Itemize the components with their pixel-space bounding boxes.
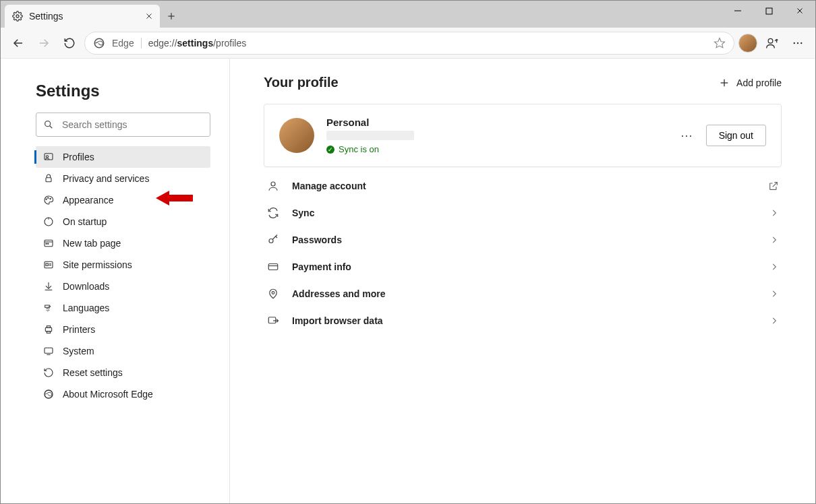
search-settings[interactable] xyxy=(36,113,210,137)
search-input[interactable] xyxy=(61,119,203,131)
nav-icon: 字 xyxy=(42,302,55,314)
sidebar-item-privacy-and-services[interactable]: Privacy and services xyxy=(36,168,210,189)
nav-label: System xyxy=(63,346,94,356)
chevron-right-icon xyxy=(769,235,779,245)
nav-icon xyxy=(42,194,55,206)
svg-point-30 xyxy=(48,243,49,244)
gear-icon xyxy=(11,10,24,22)
svg-line-50 xyxy=(276,237,277,238)
nav-icon xyxy=(42,367,55,379)
sync-status: ✓ Sync is on xyxy=(326,144,668,154)
nav-label: About Microsoft Edge xyxy=(63,389,153,400)
edge-logo-icon xyxy=(93,37,105,49)
profile-email-redacted xyxy=(326,131,414,140)
nav-label: New tab page xyxy=(63,238,121,249)
row-label: Addresses and more xyxy=(292,288,757,299)
profile-card: Personal ✓ Sync is on ⋯ Sign out xyxy=(264,104,782,167)
new-tab-button[interactable] xyxy=(160,5,183,28)
browser-window: Settings Edge edge://settings/profiles xyxy=(0,0,816,504)
sidebar-item-reset-settings[interactable]: Reset settings xyxy=(36,362,210,383)
browser-tab[interactable]: Settings xyxy=(5,5,160,28)
sidebar-title: Settings xyxy=(36,82,210,100)
row-addresses-and-more[interactable]: Addresses and more xyxy=(264,280,782,307)
svg-rect-39 xyxy=(47,326,50,328)
nav-icon xyxy=(42,172,55,185)
nav-label: Appearance xyxy=(63,195,114,206)
svg-rect-40 xyxy=(47,332,50,334)
tab-title: Settings xyxy=(29,11,63,22)
favorite-icon[interactable] xyxy=(713,37,726,49)
row-sync[interactable]: Sync xyxy=(264,199,782,226)
nav-label: Site permissions xyxy=(63,259,132,270)
close-window-button[interactable] xyxy=(784,1,815,21)
sign-out-button[interactable]: Sign out xyxy=(706,125,766,146)
forward-button[interactable] xyxy=(33,32,55,54)
maximize-button[interactable] xyxy=(753,1,784,21)
svg-rect-6 xyxy=(766,8,772,14)
nav-label: Profiles xyxy=(63,152,94,162)
svg-line-18 xyxy=(50,126,53,129)
add-profile-button[interactable]: Add profile xyxy=(719,77,782,88)
nav-icon xyxy=(42,345,55,357)
feedback-icon[interactable] xyxy=(761,32,783,54)
minimize-button[interactable] xyxy=(722,1,753,21)
chevron-right-icon xyxy=(769,262,779,272)
svg-rect-32 xyxy=(46,263,48,265)
nav-label: Reset settings xyxy=(63,367,123,378)
svg-point-13 xyxy=(768,38,773,43)
sidebar-item-system[interactable]: System xyxy=(36,340,210,362)
sidebar-item-site-permissions[interactable]: Site permissions xyxy=(36,254,210,276)
sidebar-item-on-startup[interactable]: On startup xyxy=(36,211,210,232)
svg-point-20 xyxy=(46,156,48,158)
sidebar-item-appearance[interactable]: Appearance xyxy=(36,189,210,211)
url-source-label: Edge xyxy=(112,38,142,49)
svg-rect-38 xyxy=(45,327,51,331)
row-import-browser-data[interactable]: Import browser data xyxy=(264,307,782,334)
sidebar-item-languages[interactable]: 字Languages xyxy=(36,297,210,319)
nav-icon xyxy=(42,388,55,400)
svg-rect-54 xyxy=(268,317,276,323)
address-bar[interactable]: Edge edge://settings/profiles xyxy=(84,32,734,55)
profile-avatar-button[interactable] xyxy=(738,34,757,53)
nav-icon xyxy=(42,216,55,228)
back-button[interactable] xyxy=(7,32,29,54)
nav-label: Downloads xyxy=(63,281,109,292)
sidebar-item-about-microsoft-edge[interactable]: About Microsoft Edge xyxy=(36,383,210,405)
main-panel: Your profile Add profile Personal ✓ Sync… xyxy=(230,59,815,503)
nav-label: Printers xyxy=(63,324,95,335)
row-manage-account[interactable]: Manage account xyxy=(264,172,782,199)
svg-rect-41 xyxy=(45,348,53,353)
window-controls xyxy=(722,1,815,21)
sidebar-item-downloads[interactable]: Downloads xyxy=(36,276,210,297)
check-icon: ✓ xyxy=(326,146,334,154)
nav-icon xyxy=(42,259,55,271)
search-icon xyxy=(43,119,54,130)
svg-point-16 xyxy=(800,42,802,43)
content-area: Settings ProfilesPrivacy and servicesApp… xyxy=(1,59,815,503)
row-passwords[interactable]: Passwords xyxy=(264,226,782,253)
sidebar-item-printers[interactable]: Printers xyxy=(36,319,210,340)
close-tab-icon[interactable] xyxy=(145,12,153,20)
row-payment-info[interactable]: Payment info xyxy=(264,253,782,280)
row-label: Passwords xyxy=(292,234,757,245)
nav-label: Languages xyxy=(63,303,109,313)
nav-icon xyxy=(42,280,55,292)
nav-icon xyxy=(42,237,55,249)
svg-point-22 xyxy=(46,199,47,199)
sidebar-item-new-tab-page[interactable]: New tab page xyxy=(36,232,210,254)
row-icon xyxy=(266,314,280,327)
svg-point-23 xyxy=(48,197,49,198)
svg-point-0 xyxy=(16,15,19,18)
chevron-right-icon xyxy=(769,289,779,298)
row-icon xyxy=(266,260,280,274)
refresh-button[interactable] xyxy=(59,32,80,54)
svg-point-15 xyxy=(797,42,798,43)
svg-marker-12 xyxy=(715,38,725,47)
svg-point-29 xyxy=(46,243,47,244)
sidebar-item-profiles[interactable]: Profiles xyxy=(36,146,210,168)
nav-label: On startup xyxy=(63,216,107,227)
profile-more-icon[interactable]: ⋯ xyxy=(680,128,694,143)
menu-icon[interactable] xyxy=(787,32,809,54)
nav-icon xyxy=(42,151,55,163)
toolbar: Edge edge://settings/profiles xyxy=(1,28,815,59)
